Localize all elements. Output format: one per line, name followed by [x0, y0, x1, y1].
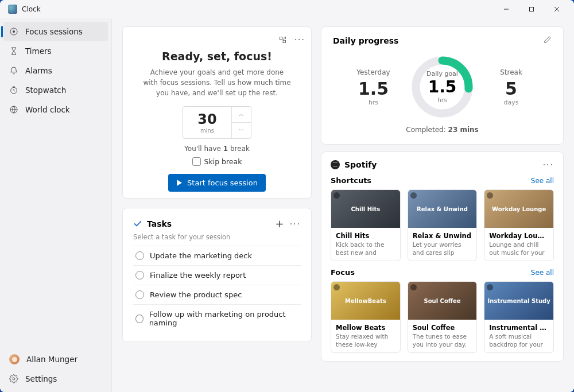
app-title: Clock	[22, 5, 41, 13]
task-radio[interactable]	[135, 315, 144, 323]
task-label: Review the product spec	[150, 290, 242, 299]
nav-label: Alarms	[25, 66, 52, 75]
tasks-check-icon	[133, 219, 142, 228]
task-label: Update the marketing deck	[150, 251, 252, 260]
playlist-title: Relax & Unwind	[413, 232, 472, 240]
sidebar-item-timers[interactable]: Timers	[3, 41, 108, 61]
nav-icon	[9, 66, 18, 75]
task-item[interactable]: Finalize the weekly report	[133, 265, 301, 285]
nav-icon	[9, 86, 18, 95]
more-button[interactable]: ···	[294, 35, 305, 44]
user-account[interactable]: Allan Munger	[3, 350, 108, 369]
sidebar-settings[interactable]: Settings	[3, 369, 108, 389]
duration-increase[interactable]: ︿	[232, 107, 251, 123]
start-focus-button[interactable]: Start focus session	[168, 174, 266, 192]
goal-value: 1.5	[428, 77, 457, 96]
playlist-desc: A soft musical backdrop for your ...	[489, 333, 549, 348]
task-item[interactable]: Follow up with marketing on product nami…	[133, 304, 301, 332]
svg-rect-9	[280, 37, 282, 39]
playlist-title: Mellow Beats	[336, 324, 395, 332]
spotify-logo-icon	[331, 160, 340, 169]
avatar-icon	[9, 354, 20, 364]
clock-app-icon	[8, 5, 17, 14]
sidebar-item-stopwatch[interactable]: Stopwatch	[3, 80, 108, 100]
spotify-section-title: Focus	[331, 268, 355, 277]
daily-progress-card: Daily progress Yesterday 1.5 hrs	[321, 26, 564, 145]
playlist-card[interactable]: Relax & UnwindRelax & UnwindLet your wor…	[408, 189, 478, 261]
playlist-card[interactable]: Soul CoffeeSoul CoffeeThe tunes to ease …	[408, 281, 478, 353]
playlist-card[interactable]: Workday LoungeWorkday LoungeLounge and c…	[484, 189, 554, 261]
playlist-desc: Stay relaxed with these low-key beat...	[336, 333, 395, 348]
tasks-more-button[interactable]: ···	[290, 219, 301, 228]
tasks-card: Tasks + ··· Select a task for your sessi…	[122, 208, 312, 342]
skip-break-checkbox[interactable]	[192, 157, 201, 166]
spotify-badge-icon	[333, 284, 340, 290]
titlebar: Clock	[0, 0, 574, 18]
duration-picker: 30 mins ︿ ﹀	[183, 106, 251, 139]
expand-icon[interactable]	[276, 33, 290, 46]
nav-icon	[9, 27, 18, 36]
playlist-card[interactable]: Chill HitsChill HitsKick back to the bes…	[331, 189, 401, 261]
yesterday-label: Yesterday	[338, 68, 409, 76]
nav-label: Timers	[25, 46, 52, 56]
yesterday-unit: hrs	[338, 99, 409, 106]
maximize-button[interactable]	[519, 1, 544, 18]
spotify-title: Spotify	[344, 160, 377, 169]
task-radio[interactable]	[135, 251, 144, 260]
nav-label: Stopwatch	[25, 86, 66, 95]
streak-unit: days	[475, 99, 547, 106]
add-task-button[interactable]: +	[276, 218, 284, 230]
play-icon	[176, 180, 183, 186]
spotify-card: Spotify ··· ShortcutsSee allChill HitsCh…	[321, 152, 564, 362]
task-label: Finalize the weekly report	[150, 271, 246, 280]
close-button[interactable]	[544, 1, 569, 18]
nav-icon	[9, 46, 18, 56]
goal-ring: Daily goal 1.5 hrs	[409, 54, 475, 120]
playlist-cover: Instrumental Study	[484, 282, 553, 320]
progress-title: Daily progress	[333, 36, 398, 45]
svg-rect-1	[530, 7, 534, 11]
edit-goal-button[interactable]	[544, 35, 552, 46]
completed-text: Completed: 23 mins	[333, 126, 552, 134]
duration-unit: mins	[183, 127, 231, 134]
playlist-title: Workday Lounge	[489, 232, 549, 240]
nav-icon	[9, 105, 18, 114]
sidebar-item-alarms[interactable]: Alarms	[3, 61, 108, 80]
app-window: Clock Focus sessionsTimersAlarmsStopwatc…	[0, 0, 574, 392]
tasks-title: Tasks	[147, 219, 172, 228]
duration-decrease[interactable]: ﹀	[232, 123, 251, 138]
see-all-link[interactable]: See all	[531, 269, 554, 277]
playlist-cover: Workday Lounge	[484, 190, 553, 228]
playlist-desc: The tunes to ease you into your day.	[413, 333, 472, 348]
playlist-desc: Kick back to the best new and rece...	[336, 241, 395, 256]
spotify-badge-icon	[410, 192, 417, 199]
yesterday-value: 1.5	[338, 79, 409, 99]
spotify-more-button[interactable]: ···	[543, 160, 554, 169]
playlist-card[interactable]: MellowBeatsMellow BeatsStay relaxed with…	[331, 281, 401, 353]
task-item[interactable]: Review the product spec	[133, 285, 301, 304]
playlist-title: Soul Coffee	[413, 324, 472, 332]
svg-rect-10	[283, 40, 285, 42]
playlist-card[interactable]: Instrumental StudyInstrumental StudyA so…	[484, 281, 554, 353]
goal-label: Daily goal	[426, 70, 458, 77]
focus-card: ··· Ready, set, focus! Achieve your goal…	[122, 26, 312, 199]
focus-description: Achieve your goals and get more done wit…	[142, 67, 292, 98]
spotify-section-title: Shortcuts	[331, 176, 371, 185]
gear-icon	[9, 374, 18, 383]
minimize-button[interactable]	[494, 1, 519, 18]
streak-label: Streak	[475, 68, 547, 76]
playlist-desc: Let your worries and cares slip away.	[413, 241, 472, 256]
task-radio[interactable]	[135, 271, 144, 280]
sidebar-item-focus-sessions[interactable]: Focus sessions	[3, 22, 108, 41]
task-item[interactable]: Update the marketing deck	[133, 246, 301, 265]
task-radio[interactable]	[135, 290, 144, 299]
focus-title: Ready, set, focus!	[133, 50, 301, 63]
svg-point-5	[13, 30, 15, 33]
see-all-link[interactable]: See all	[531, 177, 554, 185]
break-info: You'll have 1 break	[133, 145, 301, 153]
sidebar-item-world-clock[interactable]: World clock	[3, 100, 108, 119]
settings-label: Settings	[25, 374, 57, 383]
spotify-badge-icon	[487, 192, 493, 199]
playlist-desc: Lounge and chill out music for your wor.…	[489, 241, 549, 256]
skip-break-label: Skip break	[204, 157, 242, 166]
